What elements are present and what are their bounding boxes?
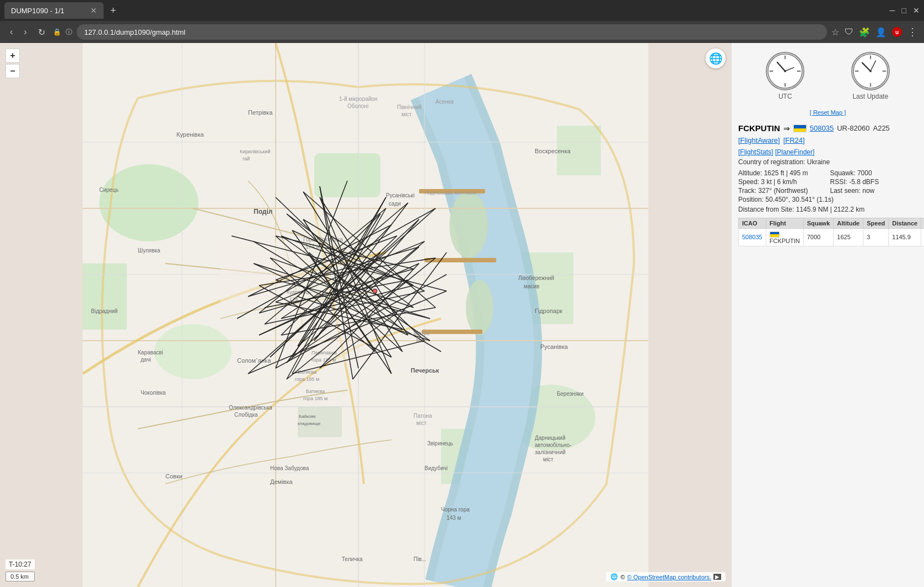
svg-text:Клов: Клов (320, 269, 331, 274)
zoom-out-button[interactable]: − (6, 64, 20, 78)
maximize-button[interactable]: □ (902, 6, 906, 15)
cell-flight: FCKPUTIN (766, 229, 803, 246)
planefinder-link[interactable]: [PlaneFinder] (775, 148, 814, 156)
svg-text:міст: міст (416, 420, 427, 426)
map-background: Куренівка Петрівка Сирець Шулявка Поділ … (0, 43, 731, 587)
svg-point-4 (154, 324, 232, 379)
svg-text:Відрадний: Відрадний (91, 308, 117, 314)
svg-text:Печерськ: Печерськ (411, 367, 439, 374)
svg-text:Шулявка: Шулявка (138, 247, 160, 254)
svg-text:Олександрівська: Олександрівська (229, 405, 272, 411)
osm-link[interactable]: © OpenStreetMap contributors. (627, 574, 711, 580)
last-seen-label: Last seen: now (830, 187, 918, 195)
osm-expand-icon[interactable]: ▶ (713, 574, 721, 580)
flightaware-link[interactable]: [FlightAware] (738, 136, 780, 144)
svg-text:гора 185 м: гора 185 м (311, 357, 336, 363)
svg-text:дачі: дачі (141, 357, 151, 363)
svg-text:Слобідка: Слобідка (234, 412, 258, 418)
svg-text:Гідропарк: Гідропарк (535, 308, 562, 314)
col-speed: Speed (863, 218, 889, 229)
active-tab[interactable]: DUMP1090 - 1/1 ✕ (4, 2, 104, 19)
table-row[interactable]: 508035FCKPUTIN7000162531145.932731630 (739, 229, 925, 246)
main-content: Куренівка Петрівка Сирець Шулявка Поділ … (0, 43, 924, 587)
svg-text:Кудрявець: Кудрявець (287, 289, 311, 295)
tab-bar: DUMP1090 - 1/1 ✕ + ─ □ ✕ (0, 0, 924, 21)
svg-text:Гора Юрківська: Гора Юрківська (303, 236, 343, 243)
fr24-link[interactable]: [FR24] (783, 136, 805, 144)
aircraft-info: FCKPUTIN ⇒ 508035 UR-82060 A225 [FlightA… (732, 119, 924, 251)
svg-text:Демівка: Демівка (270, 478, 293, 485)
svg-text:Чорна гора: Чорна гора (441, 507, 470, 513)
svg-text:Чоколівка: Чоколівка (141, 390, 166, 396)
svg-text:Теличка: Теличка (342, 556, 363, 562)
flightstats-link[interactable]: [FlightStats] (738, 148, 773, 156)
svg-text:гора 185 м: гора 185 м (295, 376, 319, 382)
svg-rect-22 (425, 258, 496, 262)
reset-map-button[interactable]: [ Reset Map ] (810, 109, 846, 116)
shield-icon[interactable]: 🛡 (845, 27, 853, 37)
external-links: [FlightStats] [PlaneFinder] (738, 148, 917, 156)
svg-text:гора 185 м: гора 185 м (303, 396, 327, 401)
utc-clock: UTC (766, 52, 804, 100)
svg-text:Нова Забудова: Нова Забудова (270, 465, 309, 471)
forward-button[interactable]: › (20, 25, 30, 39)
map-bottom-info: T-10:27 0.5 km (6, 559, 35, 581)
new-tab-button[interactable]: + (106, 5, 121, 17)
altitude-label: Altitude: 1625 ft | 495 m (738, 169, 826, 177)
reset-map-row: [ Reset Map ] (732, 105, 924, 119)
svg-text:гай: гай (243, 156, 250, 161)
svg-text:Байкове: Байкове (299, 414, 316, 419)
layers-button[interactable]: 🌐 (706, 49, 726, 68)
extension-icon[interactable]: 🧩 (859, 27, 870, 37)
info-grid: Altitude: 1625 ft | 495 m Squawk: 7000 S… (738, 169, 917, 203)
tab-close-button[interactable]: ✕ (90, 6, 97, 15)
scale-bar: 0.5 km (6, 572, 35, 581)
svg-text:Батиєва: Батиєва (298, 369, 316, 375)
browser-menu-button[interactable]: ⋮ (907, 26, 917, 38)
svg-text:Петрівка: Петрівка (248, 109, 273, 116)
bookmark-icon[interactable]: ☆ (831, 27, 839, 37)
profile-icon[interactable]: 👤 (875, 27, 887, 37)
svg-text:Оболоні: Оболоні (347, 103, 368, 109)
svg-text:Сирець: Сирець (99, 187, 119, 193)
svg-text:174: 174 (289, 297, 298, 302)
last-update-clock: Last Update (851, 52, 890, 100)
svg-text:Подільський мостовий...: Подільський мостовий... (425, 190, 480, 196)
minimize-button[interactable]: ─ (890, 6, 895, 15)
aircraft-type: A225 (873, 124, 889, 132)
map-area[interactable]: Куренівка Петрівка Сирець Шулявка Поділ … (0, 43, 731, 587)
icao-link[interactable]: 508035 (810, 124, 834, 132)
svg-rect-23 (422, 330, 482, 334)
last-update-label: Last Update (852, 93, 888, 100)
clocks-row: UTC (732, 43, 924, 105)
zoom-in-button[interactable]: + (6, 49, 20, 63)
col-distance: Distance (889, 218, 921, 229)
svg-text:Каравасві: Каравасві (138, 349, 163, 356)
map-controls: + − (6, 49, 20, 78)
svg-text:автомобільно-: автомобільно- (535, 442, 572, 448)
svg-text:Лівобережний: Лівобережний (518, 275, 554, 281)
ublock-icon[interactable]: u (892, 27, 902, 37)
track-label: Track: 327° (Northwest) (738, 187, 826, 195)
address-input[interactable] (77, 24, 827, 40)
svg-point-171 (869, 70, 872, 72)
rssi-label: RSSI: -5.8 dBFS (830, 178, 918, 186)
info-icon: ⓘ (66, 28, 72, 37)
back-button[interactable]: ‹ (7, 25, 16, 39)
squawk-value: Squawk: 7000 (830, 169, 918, 177)
close-button[interactable]: ✕ (913, 6, 920, 15)
speed-label: Speed: 3 kt | 6 km/h (738, 178, 826, 186)
svg-text:міст: міст (543, 456, 554, 462)
svg-text:174 м: 174 м (305, 244, 320, 250)
svg-text:1-й мікрорайон: 1-й мікрорайон (339, 96, 378, 102)
svg-point-10 (466, 280, 493, 335)
registration: UR-82060 (837, 124, 869, 132)
svg-text:Звіринець: Звіринець (427, 440, 453, 446)
ukraine-flag (793, 125, 807, 132)
svg-text:Видубичі: Видубичі (425, 465, 448, 471)
distance-row: Distance from Site: 1145.9 NM | 2122.2 k… (738, 206, 917, 213)
svg-rect-3 (83, 263, 127, 330)
nav-bar: ‹ › ↻ 🔒 ⓘ ☆ 🛡 🧩 👤 u ⋮ (0, 21, 924, 43)
reload-button[interactable]: ↻ (35, 25, 49, 40)
svg-text:Поділ: Поділ (254, 208, 272, 216)
